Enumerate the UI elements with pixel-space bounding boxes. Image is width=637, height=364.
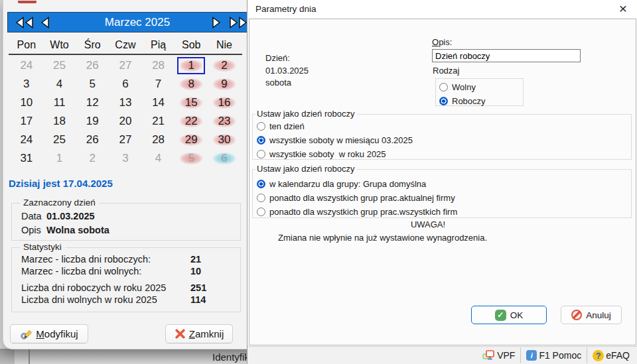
info-icon: i bbox=[526, 350, 537, 361]
radio-option-label: wszystkie soboty w roku 2025 bbox=[269, 149, 386, 159]
calendar-day[interactable]: 24 bbox=[10, 56, 43, 75]
cropped-toolbar-icon bbox=[18, 1, 36, 3]
efaq-button[interactable]: ? eFAQ bbox=[587, 347, 635, 364]
calendar-day[interactable]: 3 bbox=[10, 75, 43, 93]
background-shade bbox=[0, 349, 15, 364]
radio-option-label: Roboczy bbox=[452, 96, 486, 106]
calendar-day[interactable]: 27 bbox=[109, 131, 142, 149]
calendar-day[interactable]: 28 bbox=[142, 56, 175, 75]
dialog-content: Dzień: 01.03.2025 sobota Opis: Rodzaj Wo… bbox=[249, 19, 636, 345]
stat-value: 21 bbox=[190, 254, 201, 266]
calendar-day[interactable]: 10 bbox=[10, 93, 43, 112]
close-calendar-button[interactable]: Zamknij bbox=[165, 324, 233, 343]
calendar-day[interactable]: 16 bbox=[208, 93, 241, 112]
calendar-day[interactable]: 8 bbox=[175, 75, 208, 93]
calendar-day[interactable]: 2 bbox=[208, 56, 241, 75]
calendar-day[interactable]: 7 bbox=[142, 75, 175, 93]
pencil-gear-icon bbox=[20, 328, 33, 340]
opis-input[interactable] bbox=[432, 49, 581, 62]
day-of-week-header: Wto bbox=[43, 37, 76, 53]
calendar-navbar: Marzec 2025 bbox=[7, 12, 275, 32]
calendar-day[interactable]: 5 bbox=[76, 75, 109, 93]
calendar-day[interactable]: 24 bbox=[10, 131, 43, 149]
calendar-day[interactable]: 9 bbox=[208, 75, 241, 93]
stat-label: Marzec - liczba dni wolnych: bbox=[21, 266, 190, 278]
radio-icon bbox=[257, 194, 265, 202]
calendar-day[interactable]: 31 bbox=[10, 149, 43, 168]
calendar-day[interactable]: 25 bbox=[43, 131, 76, 149]
calendar-day[interactable]: 30 bbox=[208, 131, 241, 149]
opis-label: Opis: bbox=[432, 37, 452, 47]
cancel-icon bbox=[571, 310, 582, 320]
calendar-day[interactable]: 18 bbox=[43, 112, 76, 131]
radio-icon bbox=[257, 150, 265, 158]
stat-row: Liczba dni roboczych w roku 2025251 bbox=[21, 282, 240, 294]
day-of-week-header: Śro bbox=[76, 37, 109, 53]
calendar-day[interactable]: 2 bbox=[76, 149, 109, 168]
prev-month-button[interactable] bbox=[40, 17, 61, 29]
calendar-day[interactable]: 19 bbox=[76, 112, 109, 131]
groupbox-legend: Ustaw jako dzień roboczy bbox=[255, 109, 357, 119]
radio-option[interactable]: ponadto dla wszystkich grup prac.aktualn… bbox=[257, 192, 631, 203]
calendar-day[interactable]: 11 bbox=[43, 93, 76, 112]
calendar-month-title: Marzec 2025 bbox=[88, 16, 187, 29]
stat-value: 10 bbox=[190, 266, 201, 278]
calendar-day[interactable]: 5 bbox=[175, 149, 208, 168]
calendar-day[interactable]: 20 bbox=[109, 112, 142, 131]
warning-text: Zmiana nie wpłynie na już wystawione wyn… bbox=[278, 233, 487, 243]
calendar-day[interactable]: 29 bbox=[175, 131, 208, 149]
f1-help-button[interactable]: i F1 Pomoc bbox=[521, 347, 587, 364]
stat-value: 114 bbox=[190, 294, 206, 306]
ok-button[interactable]: ✓ OK bbox=[471, 306, 547, 324]
warning-title: UWAGA! bbox=[252, 219, 604, 229]
stats-rows: Marzec - liczba dni roboczych:21Marzec -… bbox=[12, 248, 240, 306]
calendar-day[interactable]: 21 bbox=[142, 112, 175, 131]
dialog-close-button[interactable]: × bbox=[614, 1, 632, 17]
calendar-day[interactable]: 13 bbox=[109, 93, 142, 112]
calendar-day[interactable]: 12 bbox=[76, 93, 109, 112]
set-workday-groupbox-1: Ustaw jako dzień roboczy ten dzieńwszyst… bbox=[252, 114, 632, 160]
day-weekday-value: sobota bbox=[265, 78, 291, 88]
today-label: Dzisiaj jest 17.04.2025 bbox=[9, 178, 113, 189]
groupbox-legend: Ustaw jako dzień roboczy bbox=[255, 164, 357, 174]
check-icon: ✓ bbox=[495, 310, 506, 321]
calendar-day[interactable]: 17 bbox=[10, 112, 43, 131]
stat-label: Liczba dni roboczych w roku 2025 bbox=[21, 282, 190, 294]
stat-label: Marzec - liczba dni roboczych: bbox=[21, 254, 190, 266]
calendar-day[interactable]: 4 bbox=[43, 75, 76, 93]
radio-option[interactable]: ten dzień bbox=[257, 121, 631, 131]
radio-option[interactable]: wszystkie soboty w miesiącu 03.2025 bbox=[257, 135, 631, 145]
calendar-day[interactable]: 15 bbox=[175, 93, 208, 112]
close-button-label: Zamknij bbox=[189, 328, 224, 339]
radio-option[interactable]: Wolny bbox=[439, 82, 523, 92]
calendar-day[interactable]: 28 bbox=[142, 131, 175, 149]
radio-option[interactable]: Roboczy bbox=[439, 95, 523, 106]
vpf-button[interactable]: VPF bbox=[477, 347, 520, 364]
radio-option[interactable]: wszystkie soboty w roku 2025 bbox=[257, 149, 631, 159]
screens-icon bbox=[482, 350, 495, 361]
calendar-day[interactable]: 25 bbox=[43, 56, 76, 75]
calendar-day[interactable]: 26 bbox=[76, 56, 109, 75]
day-of-week-header: Nie bbox=[208, 37, 241, 53]
radio-option[interactable]: w kalendarzu dla grupy: Grupa domyślna bbox=[257, 178, 631, 189]
calendar-day[interactable]: 26 bbox=[76, 131, 109, 149]
screen: Identyfik Marzec 2025 bbox=[0, 0, 637, 364]
modify-button-label: Modyfikuj bbox=[36, 328, 78, 339]
left-arrow-icon bbox=[40, 17, 50, 29]
prev-year-button[interactable] bbox=[15, 17, 36, 29]
modify-button[interactable]: Modyfikuj bbox=[10, 324, 88, 343]
calendar-day[interactable]: 1 bbox=[43, 149, 76, 168]
calendar-day[interactable]: 14 bbox=[142, 93, 175, 112]
stat-row: Liczba dni wolnych w roku 2025114 bbox=[21, 294, 240, 306]
calendar-day[interactable]: 27 bbox=[109, 56, 142, 75]
calendar-day[interactable]: 3 bbox=[109, 149, 142, 168]
calendar-day[interactable]: 6 bbox=[208, 149, 241, 168]
calendar-day[interactable]: 6 bbox=[109, 75, 142, 93]
calendar-day[interactable]: 23 bbox=[208, 112, 241, 131]
calendar-day[interactable]: 1 bbox=[175, 56, 208, 75]
cancel-button[interactable]: Anuluj bbox=[561, 306, 622, 324]
radio-option-label: ponadto dla wszystkich grup prac.aktualn… bbox=[269, 193, 455, 203]
radio-option[interactable]: ponadto dla wszystkich grup prac.wszystk… bbox=[257, 206, 631, 217]
calendar-day[interactable]: 4 bbox=[142, 149, 175, 168]
calendar-day[interactable]: 22 bbox=[175, 112, 208, 131]
